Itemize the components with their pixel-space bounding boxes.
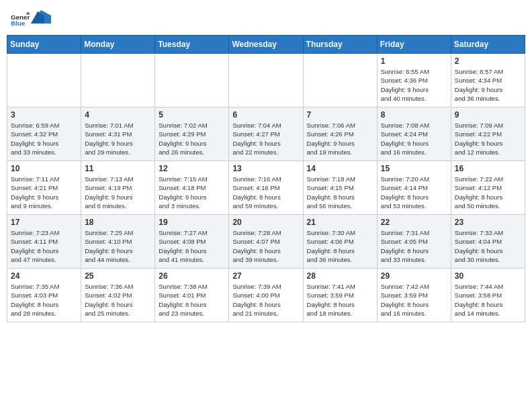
calendar-week-row: 10Sunrise: 7:11 AM Sunset: 4:21 PM Dayli…: [7, 161, 525, 215]
calendar-body: 1Sunrise: 6:55 AM Sunset: 4:36 PM Daylig…: [7, 54, 525, 322]
svg-text:Blue: Blue: [11, 19, 26, 27]
day-number: 22: [381, 218, 447, 227]
day-info: Sunrise: 7:25 AM Sunset: 4:10 PM Dayligh…: [85, 228, 151, 264]
day-number: 18: [85, 218, 151, 227]
calendar-cell: 27Sunrise: 7:39 AM Sunset: 4:00 PM Dayli…: [229, 269, 303, 322]
calendar-week-row: 24Sunrise: 7:35 AM Sunset: 4:03 PM Dayli…: [7, 269, 525, 322]
day-number: 15: [381, 164, 447, 173]
calendar-cell: 25Sunrise: 7:36 AM Sunset: 4:02 PM Dayli…: [81, 269, 155, 322]
calendar-cell: 9Sunrise: 7:09 AM Sunset: 4:22 PM Daylig…: [451, 107, 525, 161]
day-number: 13: [232, 164, 299, 173]
day-info: Sunrise: 7:36 AM Sunset: 4:02 PM Dayligh…: [85, 282, 151, 318]
calendar-cell: 8Sunrise: 7:08 AM Sunset: 4:24 PM Daylig…: [377, 107, 451, 161]
day-number: 29: [381, 271, 447, 281]
calendar-day-header: Thursday: [303, 36, 377, 54]
day-number: 7: [307, 110, 373, 120]
calendar-cell: 24Sunrise: 7:35 AM Sunset: 4:03 PM Dayli…: [7, 269, 81, 322]
calendar-cell: 20Sunrise: 7:28 AM Sunset: 4:07 PM Dayli…: [229, 215, 303, 269]
day-number: 19: [159, 218, 225, 227]
day-number: 11: [85, 164, 151, 173]
day-info: Sunrise: 6:59 AM Sunset: 4:32 PM Dayligh…: [11, 121, 77, 156]
day-number: 28: [307, 271, 373, 281]
day-number: 21: [307, 218, 373, 227]
calendar-day-header: Wednesday: [229, 36, 303, 54]
day-info: Sunrise: 7:06 AM Sunset: 4:26 PM Dayligh…: [307, 121, 373, 156]
day-info: Sunrise: 7:04 AM Sunset: 4:27 PM Dayligh…: [232, 121, 299, 156]
day-info: Sunrise: 7:39 AM Sunset: 4:00 PM Dayligh…: [232, 282, 299, 318]
day-number: 6: [232, 110, 299, 120]
day-info: Sunrise: 6:57 AM Sunset: 4:34 PM Dayligh…: [455, 67, 521, 103]
day-info: Sunrise: 7:01 AM Sunset: 4:31 PM Dayligh…: [85, 121, 151, 156]
day-info: Sunrise: 7:15 AM Sunset: 4:18 PM Dayligh…: [159, 175, 225, 210]
day-info: Sunrise: 7:44 AM Sunset: 3:58 PM Dayligh…: [455, 282, 521, 318]
day-number: 16: [455, 164, 521, 173]
day-info: Sunrise: 7:33 AM Sunset: 4:04 PM Dayligh…: [455, 228, 521, 264]
day-number: 8: [381, 110, 447, 120]
day-number: 10: [11, 164, 77, 173]
calendar-cell: 6Sunrise: 7:04 AM Sunset: 4:27 PM Daylig…: [229, 107, 303, 161]
calendar-week-row: 1Sunrise: 6:55 AM Sunset: 4:36 PM Daylig…: [7, 54, 525, 107]
day-info: Sunrise: 7:42 AM Sunset: 3:59 PM Dayligh…: [381, 282, 447, 318]
day-info: Sunrise: 7:18 AM Sunset: 4:15 PM Dayligh…: [307, 175, 373, 210]
day-info: Sunrise: 6:55 AM Sunset: 4:36 PM Dayligh…: [381, 67, 447, 103]
day-number: 26: [159, 271, 225, 281]
day-info: Sunrise: 7:13 AM Sunset: 4:19 PM Dayligh…: [85, 175, 151, 210]
day-number: 1: [381, 56, 447, 66]
day-info: Sunrise: 7:08 AM Sunset: 4:24 PM Dayligh…: [381, 121, 447, 156]
day-number: 23: [455, 218, 521, 227]
day-info: Sunrise: 7:22 AM Sunset: 4:12 PM Dayligh…: [455, 175, 521, 210]
day-info: Sunrise: 7:20 AM Sunset: 4:14 PM Dayligh…: [381, 175, 447, 210]
calendar-cell: [303, 54, 377, 107]
calendar-cell: 29Sunrise: 7:42 AM Sunset: 3:59 PM Dayli…: [377, 269, 451, 322]
calendar-cell: 13Sunrise: 7:16 AM Sunset: 4:16 PM Dayli…: [229, 161, 303, 215]
calendar-cell: 1Sunrise: 6:55 AM Sunset: 4:36 PM Daylig…: [377, 54, 451, 107]
calendar-cell: 28Sunrise: 7:41 AM Sunset: 3:59 PM Dayli…: [303, 269, 377, 322]
calendar-cell: 4Sunrise: 7:01 AM Sunset: 4:31 PM Daylig…: [81, 107, 155, 161]
day-info: Sunrise: 7:11 AM Sunset: 4:21 PM Dayligh…: [11, 175, 77, 210]
calendar-cell: 5Sunrise: 7:02 AM Sunset: 4:29 PM Daylig…: [155, 107, 229, 161]
calendar-cell: 21Sunrise: 7:30 AM Sunset: 4:06 PM Dayli…: [303, 215, 377, 269]
calendar-cell: 3Sunrise: 6:59 AM Sunset: 4:32 PM Daylig…: [7, 107, 81, 161]
calendar: SundayMondayTuesdayWednesdayThursdayFrid…: [7, 35, 525, 322]
day-info: Sunrise: 7:38 AM Sunset: 4:01 PM Dayligh…: [159, 282, 225, 318]
calendar-day-header: Tuesday: [155, 36, 229, 54]
day-info: Sunrise: 7:30 AM Sunset: 4:06 PM Dayligh…: [307, 228, 373, 264]
day-info: Sunrise: 7:27 AM Sunset: 4:08 PM Dayligh…: [159, 228, 225, 264]
calendar-cell: 14Sunrise: 7:18 AM Sunset: 4:15 PM Dayli…: [303, 161, 377, 215]
logo: General Blue: [9, 11, 51, 32]
calendar-cell: 23Sunrise: 7:33 AM Sunset: 4:04 PM Dayli…: [451, 215, 525, 269]
calendar-cell: [7, 54, 81, 107]
calendar-cell: [229, 54, 303, 107]
day-number: 3: [11, 110, 77, 120]
calendar-cell: 22Sunrise: 7:31 AM Sunset: 4:05 PM Dayli…: [377, 215, 451, 269]
day-info: Sunrise: 7:35 AM Sunset: 4:03 PM Dayligh…: [11, 282, 77, 318]
day-number: 27: [232, 271, 299, 281]
calendar-cell: 26Sunrise: 7:38 AM Sunset: 4:01 PM Dayli…: [155, 269, 229, 322]
day-info: Sunrise: 7:28 AM Sunset: 4:07 PM Dayligh…: [232, 228, 299, 264]
day-number: 20: [232, 218, 299, 227]
calendar-cell: 15Sunrise: 7:20 AM Sunset: 4:14 PM Dayli…: [377, 161, 451, 215]
day-info: Sunrise: 7:41 AM Sunset: 3:59 PM Dayligh…: [307, 282, 373, 318]
day-number: 30: [455, 271, 521, 281]
day-info: Sunrise: 7:31 AM Sunset: 4:05 PM Dayligh…: [381, 228, 447, 264]
calendar-day-header: Sunday: [7, 36, 81, 54]
calendar-cell: 12Sunrise: 7:15 AM Sunset: 4:18 PM Dayli…: [155, 161, 229, 215]
calendar-cell: 7Sunrise: 7:06 AM Sunset: 4:26 PM Daylig…: [303, 107, 377, 161]
calendar-day-header: Friday: [377, 36, 451, 54]
day-number: 14: [307, 164, 373, 173]
calendar-cell: [81, 54, 155, 107]
day-number: 17: [11, 218, 77, 227]
header: General Blue: [7, 7, 525, 32]
day-number: 24: [11, 271, 77, 281]
calendar-cell: 11Sunrise: 7:13 AM Sunset: 4:19 PM Dayli…: [81, 161, 155, 215]
calendar-cell: 17Sunrise: 7:23 AM Sunset: 4:11 PM Dayli…: [7, 215, 81, 269]
day-number: 25: [85, 271, 151, 281]
day-info: Sunrise: 7:09 AM Sunset: 4:22 PM Dayligh…: [455, 121, 521, 156]
calendar-day-header: Monday: [81, 36, 155, 54]
day-number: 5: [159, 110, 225, 120]
calendar-week-row: 17Sunrise: 7:23 AM Sunset: 4:11 PM Dayli…: [7, 215, 525, 269]
calendar-day-header: Saturday: [451, 36, 525, 54]
calendar-cell: [155, 54, 229, 107]
calendar-cell: 10Sunrise: 7:11 AM Sunset: 4:21 PM Dayli…: [7, 161, 81, 215]
calendar-cell: 19Sunrise: 7:27 AM Sunset: 4:08 PM Dayli…: [155, 215, 229, 269]
